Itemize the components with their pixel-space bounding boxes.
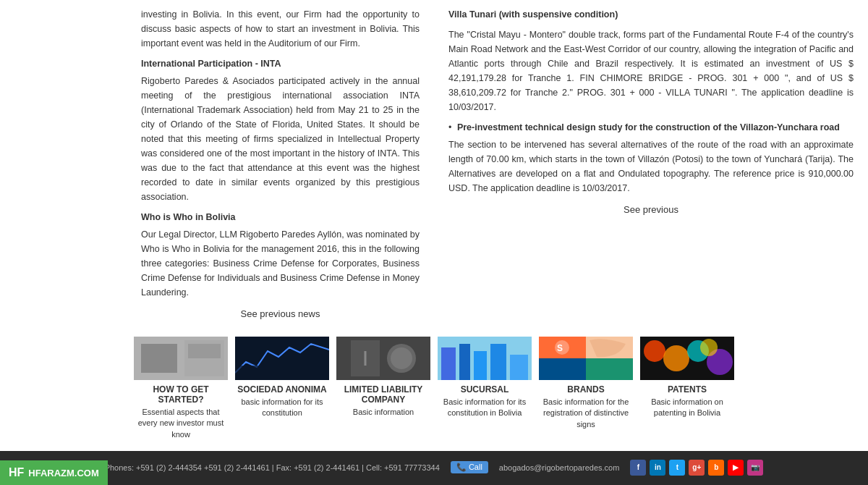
card-limited-desc: Basic information bbox=[353, 407, 414, 418]
card-brands[interactable]: S BRANDS Basic information for the regis… bbox=[535, 337, 637, 430]
svg-rect-5 bbox=[235, 366, 329, 380]
footer-social-icons: f in t g+ b ▶ 📷 bbox=[630, 460, 763, 476]
card-patents[interactable]: PATENTS Basic information on patenting i… bbox=[637, 337, 738, 419]
instagram-icon[interactable]: 📷 bbox=[747, 460, 763, 476]
card-img-brands: S bbox=[539, 337, 633, 380]
card-sucursal[interactable]: SUCURSAL Basic information for its const… bbox=[434, 337, 535, 419]
main-content: investing in Bolivia. In this event, our… bbox=[0, 0, 868, 329]
card-brands-desc: Basic information for the registration o… bbox=[541, 397, 631, 430]
card-patents-desc: Basic information on patenting in Bolivi… bbox=[642, 397, 732, 419]
svg-point-9 bbox=[391, 347, 412, 369]
card-sucursal-title: SUCURSAL bbox=[461, 384, 509, 395]
footer-phones: Phones: +591 (2) 2-444354 +591 (2) 2-441… bbox=[105, 463, 440, 472]
footer-top: Phones: +591 (2) 2-444354 +591 (2) 2-441… bbox=[14, 460, 854, 476]
card-how-to-get-started[interactable]: HOW TO GET STARTED? Essential aspects th… bbox=[130, 337, 231, 440]
right-column: Villa Tunari (with suspensive condition)… bbox=[434, 0, 868, 329]
card-limited-liability[interactable]: LIMITED LIABILITY COMPANY Basic informat… bbox=[333, 337, 434, 418]
card-limited-title: LIMITED LIABILITY COMPANY bbox=[339, 384, 428, 405]
left-para1: investing in Bolivia. In this event, our… bbox=[141, 7, 420, 51]
svg-rect-12 bbox=[441, 347, 456, 380]
svg-rect-21 bbox=[586, 358, 633, 380]
see-previous-link[interactable]: See previous bbox=[448, 203, 854, 218]
svg-point-29 bbox=[700, 339, 718, 356]
footer-email[interactable]: abogados@rigobertoparedes.com bbox=[499, 463, 620, 472]
footer: Phones: +591 (2) 2-444354 +591 (2) 2-441… bbox=[0, 451, 868, 485]
see-previous-anchor[interactable]: See previous bbox=[624, 204, 678, 215]
left-section1-title: International Participation - INTA bbox=[141, 56, 420, 71]
right-bullet-text: The section to be intervened has several… bbox=[448, 138, 854, 195]
card-sucursal-desc: Basic information for its constitution i… bbox=[440, 397, 529, 419]
facebook-icon[interactable]: f bbox=[630, 460, 646, 476]
svg-point-26 bbox=[663, 345, 689, 371]
card-img-how bbox=[134, 337, 228, 380]
card-how-desc: Essential aspects that every new investo… bbox=[136, 407, 226, 440]
blogger-icon[interactable]: b bbox=[708, 460, 724, 476]
svg-rect-13 bbox=[459, 340, 470, 380]
card-img-patents bbox=[640, 337, 734, 380]
svg-rect-17 bbox=[438, 337, 532, 344]
linkedin-icon[interactable]: in bbox=[650, 460, 665, 476]
see-previous-news-anchor[interactable]: See previous news bbox=[241, 308, 320, 319]
card-img-limited bbox=[336, 337, 430, 380]
cards-section: HOW TO GET STARTED? Essential aspects th… bbox=[0, 329, 868, 451]
footer-call-badge[interactable]: 📞 Call bbox=[451, 461, 488, 473]
youtube-icon[interactable]: ▶ bbox=[728, 460, 744, 476]
svg-rect-6 bbox=[336, 337, 430, 380]
card-brands-title: BRANDS bbox=[567, 384, 604, 395]
svg-rect-3 bbox=[188, 344, 221, 358]
left-column: investing in Bolivia. In this event, our… bbox=[0, 0, 434, 329]
hf-url: HFARAZM.COM bbox=[28, 468, 99, 478]
twitter-icon[interactable]: t bbox=[669, 460, 685, 476]
card-img-sociedad bbox=[235, 337, 329, 380]
svg-rect-1 bbox=[141, 344, 177, 373]
svg-point-25 bbox=[644, 340, 665, 362]
hf-badge: HF HFARAZM.COM bbox=[0, 460, 108, 485]
page-container: investing in Bolivia. In this event, our… bbox=[0, 0, 868, 485]
left-section2-title: Who is Who in Bolivia bbox=[141, 210, 420, 224]
left-section2-text: Our Legal Director, LLM Rigoberto Parede… bbox=[141, 227, 420, 300]
svg-text:S: S bbox=[557, 343, 563, 353]
see-previous-news-link[interactable]: See previous news bbox=[141, 307, 420, 322]
svg-rect-14 bbox=[474, 351, 487, 380]
footer-bottom: DO YOU WANT TO PAY ONLINE SERVICES? WOUL… bbox=[14, 481, 854, 485]
svg-rect-20 bbox=[539, 358, 586, 380]
right-title1: Villa Tunari (with suspensive condition) bbox=[448, 7, 854, 22]
card-img-sucursal bbox=[438, 337, 532, 380]
hf-letters: HF bbox=[9, 466, 24, 479]
svg-rect-15 bbox=[490, 344, 506, 380]
left-section1-text: Rigoberto Paredes & Asociados participat… bbox=[141, 74, 420, 204]
card-sociedad-desc: basic information for its constitution bbox=[237, 397, 327, 419]
card-how-title: HOW TO GET STARTED? bbox=[136, 384, 226, 405]
card-sociedad-title: SOCIEDAD ANONIMA bbox=[237, 384, 327, 395]
bullet-dot: • bbox=[448, 122, 451, 132]
svg-rect-16 bbox=[510, 355, 528, 380]
google-plus-icon[interactable]: g+ bbox=[689, 460, 705, 476]
right-para1: The "Cristal Mayu - Montero" double trac… bbox=[448, 28, 854, 114]
card-patents-title: PATENTS bbox=[668, 384, 707, 395]
card-sociedad-anonima[interactable]: SOCIEDAD ANONIMA basic information for i… bbox=[231, 337, 333, 419]
right-bullet-title: Pre-investment technical design study fo… bbox=[457, 122, 840, 132]
